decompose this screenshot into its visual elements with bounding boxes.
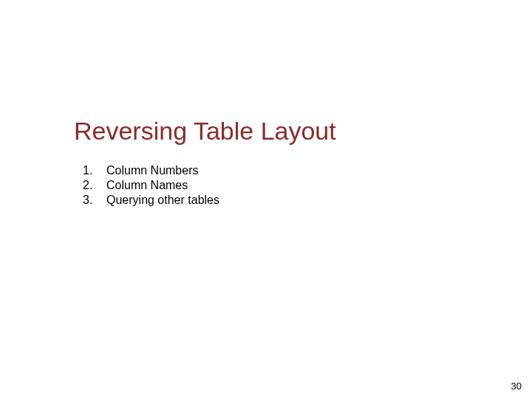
list-item-text: Column Numbers: [106, 164, 198, 177]
list-item-text: Column Names: [106, 179, 188, 192]
list-item: 2. Column Names: [83, 179, 219, 192]
page-number: 30: [511, 381, 522, 392]
list-item-number: 1.: [83, 164, 106, 177]
list-item-number: 2.: [83, 179, 106, 192]
list-item-text: Querying other tables: [106, 194, 219, 207]
list-item: 3. Querying other tables: [83, 194, 219, 207]
list-item-number: 3.: [83, 194, 106, 207]
numbered-list: 1. Column Numbers 2. Column Names 3. Que…: [83, 164, 219, 208]
slide-title: Reversing Table Layout: [74, 117, 336, 146]
list-item: 1. Column Numbers: [83, 164, 219, 177]
slide: Reversing Table Layout 1. Column Numbers…: [0, 0, 532, 399]
